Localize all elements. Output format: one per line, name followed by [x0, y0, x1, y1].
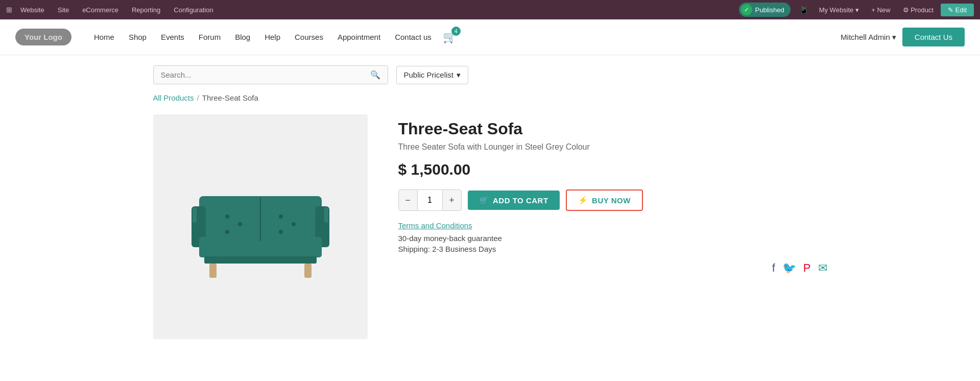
- mobile-preview-icon[interactable]: 📱: [796, 5, 812, 15]
- search-icon: 🔍: [370, 70, 380, 80]
- product-area: Three-Seat Sofa Three Seater Sofa with L…: [153, 114, 827, 339]
- nav-home[interactable]: Home: [87, 29, 122, 45]
- product-title: Three-Seat Sofa: [398, 120, 827, 138]
- cart-icon[interactable]: 🛒 4: [443, 31, 457, 44]
- nav-forum[interactable]: Forum: [192, 29, 228, 45]
- svg-point-13: [279, 230, 283, 234]
- admin-nav-website[interactable]: Website: [15, 4, 50, 16]
- product-info: Three-Seat Sofa Three Seater Sofa with L…: [398, 114, 827, 275]
- svg-point-9: [238, 222, 242, 226]
- svg-rect-6: [209, 264, 217, 278]
- cart-count-badge: 4: [451, 27, 461, 36]
- facebook-share-icon[interactable]: f: [772, 261, 775, 275]
- svg-rect-14: [193, 207, 197, 223]
- published-dot-icon: ✓: [741, 4, 752, 15]
- published-badge[interactable]: ✓ Published: [739, 3, 791, 17]
- pricelist-chevron-icon: ▾: [457, 70, 461, 80]
- search-input[interactable]: [161, 70, 370, 79]
- user-menu-button[interactable]: Mitchell Admin ▾: [841, 33, 896, 42]
- site-nav: Your Logo Home Shop Events Forum Blog He…: [0, 19, 980, 55]
- svg-rect-15: [324, 207, 328, 223]
- email-share-icon[interactable]: ✉: [818, 261, 827, 275]
- admin-bar-left: ⊞ Website Site eCommerce Reporting Confi…: [6, 4, 735, 16]
- product-button[interactable]: ⚙ Product: [898, 4, 939, 16]
- chevron-down-icon: ▾: [855, 6, 859, 14]
- apps-icon[interactable]: ⊞: [6, 6, 12, 14]
- buy-now-button[interactable]: ⚡ BUY NOW: [566, 189, 643, 211]
- svg-point-10: [225, 230, 229, 234]
- breadcrumb: All Products / Three-Seat Sofa: [153, 93, 827, 102]
- twitter-share-icon[interactable]: 🐦: [782, 261, 796, 275]
- logo-area[interactable]: Your Logo: [15, 29, 71, 45]
- breadcrumb-all-products[interactable]: All Products: [153, 93, 194, 102]
- guarantee-text: 30-day money-back guarantee: [398, 234, 827, 243]
- pricelist-label: Public Pricelist: [404, 70, 454, 79]
- svg-rect-5: [204, 256, 317, 264]
- svg-point-11: [279, 215, 283, 219]
- add-to-cart-button[interactable]: 🛒 ADD TO CART: [468, 190, 560, 210]
- quantity-increase-button[interactable]: +: [443, 190, 461, 210]
- quantity-input[interactable]: [417, 190, 443, 210]
- lightning-icon: ⚡: [578, 196, 588, 205]
- search-row: 🔍 Public Pricelist ▾: [153, 65, 827, 84]
- nav-courses[interactable]: Courses: [288, 29, 330, 45]
- nav-shop[interactable]: Shop: [122, 29, 154, 45]
- pinterest-share-icon[interactable]: P: [803, 261, 811, 275]
- published-label: Published: [755, 6, 784, 14]
- breadcrumb-current-page: Three-Seat Sofa: [202, 93, 258, 102]
- pricelist-dropdown[interactable]: Public Pricelist ▾: [396, 66, 469, 84]
- nav-contact-us[interactable]: Contact us: [388, 29, 439, 45]
- search-box[interactable]: 🔍: [153, 65, 388, 84]
- social-share: f 🐦 P ✉: [398, 261, 827, 275]
- product-subtitle: Three Seater Sofa with Lounger in Steel …: [398, 142, 827, 152]
- svg-point-12: [292, 222, 296, 226]
- admin-nav-site[interactable]: Site: [53, 4, 74, 16]
- admin-nav-configuration[interactable]: Configuration: [169, 4, 218, 16]
- new-button[interactable]: + New: [866, 4, 895, 16]
- svg-point-8: [225, 215, 229, 219]
- admin-nav-reporting[interactable]: Reporting: [127, 4, 165, 16]
- nav-links: Home Shop Events Forum Blog Help Courses…: [87, 29, 841, 45]
- edit-button[interactable]: ✎ Edit: [941, 4, 974, 16]
- nav-blog[interactable]: Blog: [228, 29, 257, 45]
- product-image: [153, 114, 368, 339]
- quantity-control[interactable]: − +: [398, 189, 462, 211]
- product-price: $ 1,500.00: [398, 161, 827, 178]
- admin-bar-right: ✓ Published 📱 My Website ▾ + New ⚙ Produ…: [739, 3, 974, 17]
- breadcrumb-separator: /: [197, 93, 199, 102]
- cart-add-icon: 🛒: [479, 196, 489, 205]
- nav-events[interactable]: Events: [154, 29, 192, 45]
- nav-right: Mitchell Admin ▾ Contact Us: [841, 28, 965, 46]
- admin-nav-ecommerce[interactable]: eCommerce: [77, 4, 124, 16]
- terms-and-conditions-link[interactable]: Terms and Conditions: [398, 221, 827, 230]
- user-chevron-icon: ▾: [892, 33, 896, 42]
- nav-help[interactable]: Help: [257, 29, 288, 45]
- user-name: Mitchell Admin: [841, 33, 890, 41]
- admin-bar: ⊞ Website Site eCommerce Reporting Confi…: [0, 0, 980, 19]
- nav-appointment[interactable]: Appointment: [330, 29, 388, 45]
- main-content: 🔍 Public Pricelist ▾ All Products / Thre…: [133, 55, 848, 349]
- my-website-button[interactable]: My Website ▾: [814, 4, 865, 16]
- quantity-decrease-button[interactable]: −: [399, 190, 417, 210]
- contact-us-button[interactable]: Contact Us: [902, 28, 965, 46]
- shipping-text: Shipping: 2-3 Business Days: [398, 245, 827, 253]
- sofa-illustration: [179, 165, 342, 288]
- logo[interactable]: Your Logo: [15, 29, 71, 45]
- svg-rect-7: [304, 264, 312, 278]
- action-row: − + 🛒 ADD TO CART ⚡ BUY NOW: [398, 189, 827, 211]
